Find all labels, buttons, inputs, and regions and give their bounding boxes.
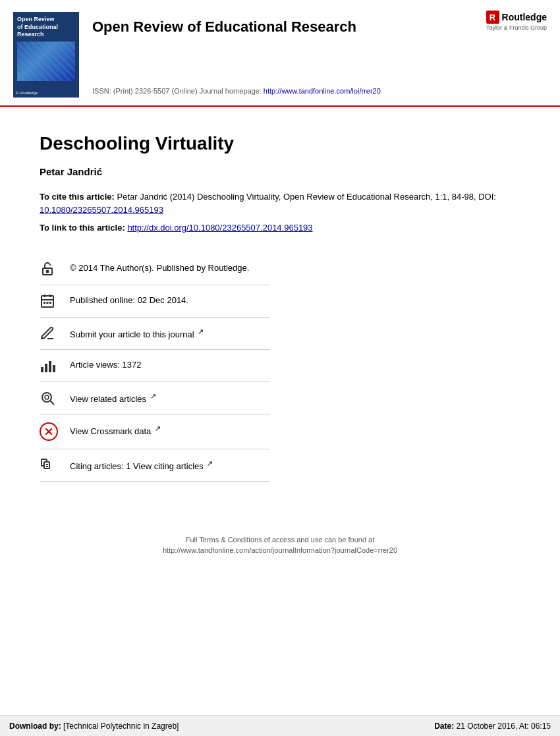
related-link[interactable]: View related articles ↗ [70, 394, 156, 404]
issn-text: ISSN: (Print) 2326-5507 (Online) Journal… [92, 87, 264, 95]
header-right: Open Review of Educational Research ISSN… [92, 12, 547, 98]
cover-routledge-label: R Routledge [16, 91, 38, 95]
date-label: Date: [434, 722, 454, 731]
date-value: 21 October 2016, At: 06:15 [457, 722, 551, 731]
footer-bar: Download by: [Technical Polytechnic in Z… [0, 715, 560, 736]
citation-block: To cite this article: Petar Jandrić (201… [40, 190, 520, 235]
svg-rect-10 [45, 364, 47, 372]
link-label: To link to this article: [40, 223, 127, 233]
svg-point-13 [42, 393, 51, 402]
journal-title: Open Review of Educational Research [92, 18, 547, 36]
svg-point-1 [47, 270, 49, 272]
citing-item[interactable]: Citing articles: 1 View citing articles … [40, 449, 270, 482]
views-item: Article views: 1372 [40, 350, 270, 382]
related-text[interactable]: View related articles ↗ [70, 390, 156, 406]
terms-link[interactable]: http://www.tandfonline.com/action/journa… [163, 546, 397, 554]
crossmark-link[interactable]: View Crossmark data ↗ [70, 426, 161, 436]
crossmark-text[interactable]: View Crossmark data ↗ [70, 422, 161, 438]
download-info: Download by: [Technical Polytechnic in Z… [9, 722, 179, 731]
svg-rect-2 [42, 296, 53, 307]
cite-text: Petar Jandrić (2014) Deschooling Virtual… [117, 192, 496, 202]
cover-title: Open Reviewof EducationalResearch [17, 16, 75, 39]
date-info: Date: 21 October 2016, At: 06:15 [434, 722, 551, 731]
svg-line-14 [51, 401, 55, 405]
citing-link[interactable]: Citing articles: 1 View citing articles … [70, 461, 213, 471]
citing-text[interactable]: Citing articles: 1 View citing articles … [70, 457, 213, 473]
journal-homepage-link[interactable]: http://www.tandfonline.com/loi/rrer20 [264, 87, 381, 95]
related-item[interactable]: View related articles ↗ [40, 382, 270, 414]
crossmark-external-icon: ↗ [155, 424, 161, 432]
terms-line1: Full Terms & Conditions of access and us… [40, 534, 520, 546]
svg-rect-8 [49, 302, 51, 304]
views-text: Article views: 1372 [70, 358, 141, 371]
edit-icon [40, 326, 63, 341]
crossmark-item[interactable]: View Crossmark data ↗ [40, 414, 270, 449]
related-search-icon [40, 390, 63, 406]
journal-cover: Open Reviewof EducationalResearch R Rout… [13, 12, 79, 98]
issn-line: ISSN: (Print) 2326-5507 (Online) Journal… [92, 87, 547, 98]
svg-rect-7 [47, 302, 49, 304]
routledge-r-icon: R [486, 11, 499, 24]
main-content: Deschooling Virtuality Petar Jandrić To … [0, 107, 560, 596]
article-doi-link[interactable]: http://dx.doi.org/10.1080/23265507.2014.… [127, 223, 312, 233]
svg-point-15 [45, 395, 49, 399]
submit-item[interactable]: Submit your article to this journal ↗ [40, 318, 270, 350]
published-item: Published online: 02 Dec 2014. [40, 285, 270, 318]
routledge-logo: R Routledge Taylor & Francis Group [486, 11, 547, 31]
svg-rect-12 [53, 365, 55, 372]
submit-text[interactable]: Submit your article to this journal ↗ [70, 326, 204, 341]
footer-terms: Full Terms & Conditions of access and us… [40, 534, 520, 556]
author-name: Petar Jandrić [40, 166, 520, 177]
cite-line: To cite this article: Petar Jandrić (201… [40, 190, 520, 216]
open-access-icon [40, 261, 63, 277]
page-header: Open Reviewof EducationalResearch R Rout… [0, 0, 560, 107]
submit-link[interactable]: Submit your article to this journal ↗ [70, 329, 204, 339]
link-line: To link to this article: http://dx.doi.o… [40, 221, 520, 235]
published-text: Published online: 02 Dec 2014. [70, 293, 188, 306]
citing-icon [40, 457, 63, 473]
routledge-brand-label: Routledge [502, 12, 547, 22]
related-external-icon: ↗ [150, 392, 156, 400]
download-value: [Technical Polytechnic in Zagreb] [63, 722, 179, 731]
download-label: Download by: [9, 722, 61, 731]
open-access-text: © 2014 The Author(s). Published by Routl… [70, 261, 249, 274]
svg-rect-9 [41, 367, 43, 372]
svg-rect-6 [43, 302, 45, 304]
cite-doi-link[interactable]: 10.1080/23265507.2014.965193 [40, 205, 163, 215]
taylor-francis-label: Taylor & Francis Group [486, 24, 547, 31]
submit-external-icon: ↗ [198, 327, 204, 335]
citing-external-icon: ↗ [207, 459, 213, 467]
calendar-icon [40, 293, 63, 309]
bar-chart-icon [40, 358, 63, 374]
article-title: Deschooling Virtuality [40, 133, 520, 154]
cover-image [17, 42, 75, 81]
open-access-item: © 2014 The Author(s). Published by Routl… [40, 253, 270, 285]
cite-label: To cite this article: [40, 192, 115, 202]
crossmark-icon [40, 422, 63, 441]
metrics-section: © 2014 The Author(s). Published by Routl… [40, 253, 270, 482]
svg-rect-11 [49, 361, 51, 372]
